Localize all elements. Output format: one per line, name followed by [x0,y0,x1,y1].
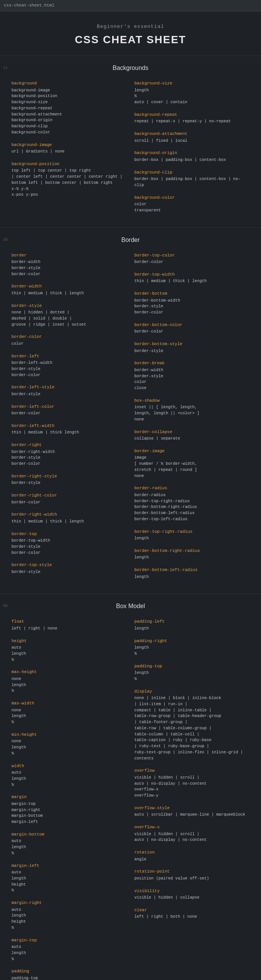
property-group: border-collapsecollapse | separate [134,429,250,442]
property-group: border-widththin | medium | thick | leng… [11,283,127,296]
property-group: margin-bottomautolength% [11,831,127,857]
property-values: nonelength% [11,676,127,694]
property-group: border-rightborder-right-widthborder-sty… [11,442,127,467]
property-group: padding-rightlength% [134,638,250,657]
property-name: background-origin [134,150,250,156]
property-values: autolength% [11,944,127,962]
section-backgrounds: 11Backgroundsbackgroundbackground-imageb… [0,55,261,227]
property-name: border-right-color [11,492,127,499]
property-name: visibility [134,888,250,894]
property-values: nonelength% [11,738,127,756]
property-group: border-radiusborder-radiusborder-top-rig… [134,485,250,522]
property-values: border-box | padding-box | content-box [134,157,250,163]
property-values: length% [134,645,250,657]
property-name: max-width [11,700,127,707]
property-group: border-stylenone | hidden | dotted |dash… [11,303,127,328]
property-values: angle [134,857,250,863]
property-group: border-right-widththin | medium | thick … [11,511,127,524]
property-name: background-attachment [134,131,250,137]
property-name: min-height [11,732,127,738]
property-name: border-right-width [11,511,127,518]
property-values: collapse | separate [134,436,250,442]
property-name: background [11,80,127,87]
property-group: marginmargin-topmargin-rightmargin-botto… [11,794,127,825]
property-name: border-right-style [11,473,127,480]
property-values: url | Gradients | none [11,149,127,155]
property-name: padding [11,968,127,975]
section-title: Box Model [11,602,250,611]
property-group: border-top-styleborder-style [11,562,127,575]
property-group: border-left-colorborder-color [11,404,127,417]
property-values: border-style [11,569,127,575]
property-group: overflow-xvisible | hidden | scroll |aut… [134,824,250,843]
property-values: autolength% [11,838,127,856]
property-name: margin-bottom [11,831,127,838]
property-name: border [11,252,127,259]
column-1: border-top-colorborder-colorborder-top-w… [134,252,250,586]
property-values: top left | top center | top right| cente… [11,168,127,198]
property-values: border-style [11,391,127,398]
property-group: floatleft | right | none [11,618,127,631]
property-name: border-color [11,334,127,340]
property-name: clear [134,907,250,913]
property-name: width [11,763,127,769]
property-values: inset || [ length, length,length, length… [134,404,250,422]
property-name: border-left [11,353,127,360]
property-group: padding-leftlength [134,618,250,631]
property-values: thin | medium | thick | length [11,290,127,297]
property-group: border-bottom-right-radiuslength [134,548,250,561]
property-values: none | hidden | dotted |dashed | solid |… [11,310,127,328]
property-name: margin-right [11,900,127,906]
property-values: visible | hidden | collapse [134,895,250,901]
property-values: border-color [134,329,250,335]
property-group: border-top-widththin | medium | thick | … [134,271,250,284]
property-name: border-top-width [134,271,250,278]
property-values: color [11,341,127,347]
property-group: background-imageurl | Gradients | none [11,142,127,155]
property-name: background-size [134,80,250,87]
property-group: max-widthnonelength% [11,700,127,725]
property-values: thin | medium | thick length [11,430,127,436]
property-name: max-height [11,669,127,675]
property-name: overflow-style [134,805,250,811]
column-0: floatleft | right | noneheightautolength… [11,618,127,980]
property-group: background-originborder-box | padding-bo… [134,150,250,163]
property-values: visible | hidden | scroll |auto | no-dis… [134,775,250,799]
property-name: margin-left [11,863,127,869]
property-name: margin-top [11,937,127,944]
property-values: left | right | both | none [134,914,250,920]
property-values: repeat | repeat-x | repeat-y | no-repeat [134,118,250,125]
property-group: border-bottom-colorborder-color [134,322,250,335]
property-group: border-colorcolor [11,334,127,347]
property-name: border-left-color [11,404,127,410]
property-name: border-top-right-radius [134,529,250,535]
property-values: length [134,626,250,632]
property-group: displaynone | inline | block | inline-bl… [134,688,250,762]
header-subtitle: Beginner's essential [8,23,253,31]
property-group: max-heightnonelength% [11,669,127,694]
property-group: min-heightnonelength% [11,732,127,757]
property-group: background-clipborder-box | padding-box … [134,169,250,188]
property-name: border-collapse [134,429,250,435]
section-title: Backgrounds [11,63,250,73]
property-values: border-style [134,348,250,354]
property-values: left | right | none [11,626,127,632]
property-values: border-widthborder-stylecolorclose [134,367,250,391]
property-name: border-top [11,531,127,537]
property-group: padding-toplength% [134,663,250,682]
property-group: border-breakborder-widthborder-stylecolo… [134,360,250,391]
property-group: border-left-styleborder-style [11,384,127,397]
property-name: background-position [11,161,127,167]
property-group: border-top-colorborder-color [134,252,250,265]
property-group: margin-leftautolengthheight% [11,863,127,894]
property-name: background-color [134,195,250,201]
two-col-layout: backgroundbackground-imagebackground-pos… [11,80,250,220]
property-group: overflowvisible | hidden | scroll |auto … [134,767,250,799]
property-name: background-repeat [134,112,250,118]
property-group: border-right-colorborder-color [11,492,127,505]
property-values: colortransparent [134,201,250,214]
property-values: position (paired value off-set) [134,876,250,882]
two-col-layout: borderborder-widthborder-styleborder-col… [11,252,250,586]
header-title: CSS CHEAT SHEET [8,32,253,48]
property-name: border-top-style [11,562,127,568]
